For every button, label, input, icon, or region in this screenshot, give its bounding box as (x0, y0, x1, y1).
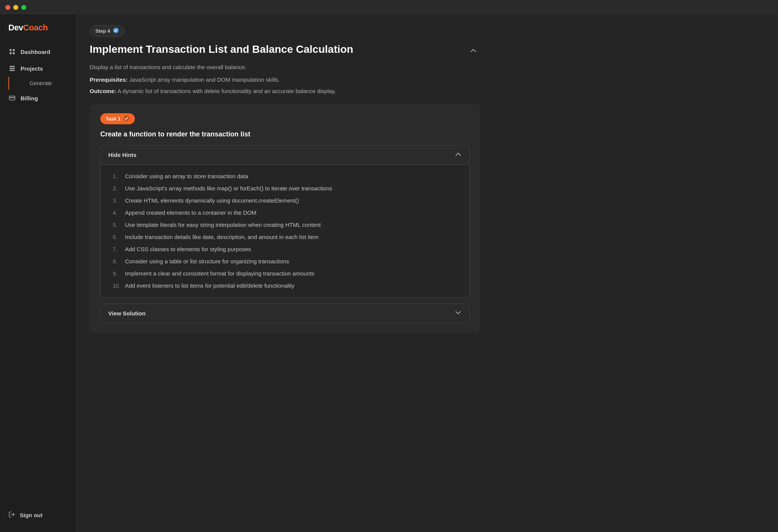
section-header-row: Implement Transaction List and Balance C… (90, 43, 480, 58)
hints-toggle-container: Hide Hints Consider using an array to st… (100, 145, 470, 298)
content-inner: Step 4 Implement Transaction List and Ba… (76, 14, 494, 348)
sign-out-button[interactable]: Sign out (0, 507, 76, 524)
hint-item-6: Include transaction details like date, d… (113, 233, 462, 242)
main-content: Step 4 Implement Transaction List and Ba… (76, 14, 778, 532)
projects-label: Projects (21, 65, 43, 72)
task-badge-check-icon (123, 115, 130, 122)
solution-toggle-button[interactable]: View Solution (101, 304, 469, 323)
solution-toggle-container: View Solution (100, 304, 470, 323)
minimize-button[interactable] (13, 5, 18, 10)
prerequisites-text: JavaScript array manipulation and DOM ma… (129, 76, 280, 83)
sign-out-label: Sign out (20, 512, 43, 518)
solution-toggle-label: View Solution (108, 310, 145, 317)
svg-rect-0 (9, 49, 11, 51)
dashboard-label: Dashboard (21, 49, 50, 55)
prerequisites-label: Prerequisites: (90, 76, 128, 83)
sidebar-item-projects[interactable]: Projects (0, 60, 76, 77)
app-container: DevCoach Dashboard (0, 14, 778, 532)
svg-point-11 (124, 116, 129, 121)
outcome-line: Outcome: A dynamic list of transactions … (90, 87, 480, 96)
svg-rect-8 (9, 97, 15, 98)
svg-rect-5 (9, 68, 15, 69)
svg-rect-1 (13, 49, 15, 51)
hint-item-8: Consider using a table or list structure… (113, 257, 462, 266)
generate-label: Generate (30, 80, 52, 86)
title-bar (0, 0, 778, 14)
task-badge-label: Task 1 (106, 116, 121, 122)
sidebar: DevCoach Dashboard (0, 14, 76, 532)
sign-out-icon (8, 511, 15, 519)
hint-item-10: Add event listeners to list items for po… (113, 281, 462, 290)
step-badge: Step 4 (90, 25, 125, 37)
outcome-label: Outcome: (90, 88, 116, 94)
hint-item-1: Consider using an array to store transac… (113, 172, 462, 181)
hint-item-9: Implement a clear and consistent format … (113, 269, 462, 278)
prerequisites-line: Prerequisites: JavaScript array manipula… (90, 76, 480, 84)
billing-icon (8, 94, 16, 102)
hint-item-4: Append created elements to a container i… (113, 208, 462, 217)
section-description: Display a list of transactions and calcu… (90, 63, 480, 72)
sidebar-item-billing[interactable]: Billing (0, 90, 76, 106)
collapse-section-button[interactable] (466, 45, 480, 58)
hints-list: Consider using an array to store transac… (101, 165, 469, 297)
task-card: Task 1 Create a function to render the t… (90, 104, 480, 332)
sidebar-item-dashboard[interactable]: Dashboard (0, 43, 76, 60)
logo-coach: Coach (23, 23, 48, 32)
outcome-text: A dynamic list of transactions with dele… (117, 88, 336, 94)
hints-toggle-label: Hide Hints (108, 152, 136, 158)
maximize-button[interactable] (21, 5, 26, 10)
svg-point-10 (113, 28, 119, 33)
logo-dev: Dev (8, 23, 23, 32)
projects-icon (8, 65, 16, 72)
hints-toggle-button[interactable]: Hide Hints (101, 146, 469, 165)
svg-rect-2 (9, 52, 11, 54)
sidebar-item-generate[interactable]: Generate (8, 77, 76, 90)
close-button[interactable] (5, 5, 10, 10)
hints-chevron-up-icon (455, 151, 462, 159)
hint-item-2: Use JavaScript's array methods like map(… (113, 184, 462, 193)
svg-rect-3 (13, 52, 15, 54)
solution-chevron-down-icon (455, 309, 462, 318)
logo: DevCoach (0, 23, 76, 43)
svg-rect-6 (9, 70, 15, 71)
dashboard-icon (8, 48, 16, 55)
hint-item-5: Use template literals for easy string in… (113, 220, 462, 230)
svg-rect-4 (9, 66, 15, 67)
task-title: Create a function to render the transact… (100, 130, 470, 138)
task-badge: Task 1 (100, 113, 135, 124)
chevron-up-icon (470, 47, 477, 54)
hint-item-7: Add CSS classes to elements for styling … (113, 245, 462, 254)
billing-label: Billing (21, 95, 38, 101)
step-check-icon (113, 27, 119, 35)
hint-item-3: Create HTML elements dynamically using d… (113, 196, 462, 205)
step-badge-label: Step 4 (95, 28, 110, 34)
section-title: Implement Transaction List and Balance C… (90, 43, 466, 56)
